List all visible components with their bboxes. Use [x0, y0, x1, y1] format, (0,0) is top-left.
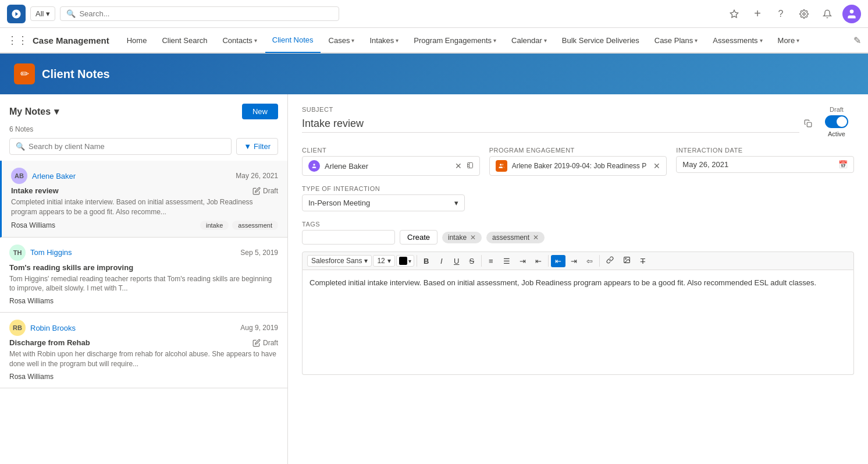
- chevron-down-icon: ▾: [695, 37, 698, 44]
- app-nav: ⋮⋮ Case Management Home Client Search Co…: [0, 28, 868, 54]
- indent-button[interactable]: ⇥: [515, 255, 530, 267]
- nav-client-search[interactable]: Client Search: [155, 27, 214, 53]
- nav-case-plans[interactable]: Case Plans ▾: [648, 27, 705, 53]
- search-scope-dropdown[interactable]: All ▾: [30, 6, 55, 21]
- right-content: Subject Draft Active: [288, 94, 868, 464]
- bold-button[interactable]: B: [419, 255, 433, 267]
- align-center-button[interactable]: ⇥: [567, 255, 581, 267]
- note-author: Rosa Williams: [9, 297, 54, 305]
- new-note-button[interactable]: New: [242, 104, 278, 119]
- my-notes-label: My Notes: [9, 107, 51, 117]
- filter-icon: ▼: [244, 142, 251, 151]
- outdent-button[interactable]: ⇤: [531, 255, 546, 267]
- toolbar-divider: [599, 255, 600, 267]
- grid-icon[interactable]: ⋮⋮: [7, 34, 28, 47]
- remove-tag-button[interactable]: ✕: [533, 233, 539, 242]
- note-card[interactable]: AB Arlene Baker May 26, 2021 Intake revi…: [0, 161, 287, 238]
- help-button[interactable]: ?: [773, 6, 789, 22]
- page-title: Client Notes: [42, 68, 110, 81]
- chevron-down-icon: ▾: [387, 257, 391, 265]
- search-icon: 🔍: [66, 9, 76, 18]
- underline-button[interactable]: U: [450, 255, 464, 267]
- italic-button[interactable]: I: [435, 255, 449, 267]
- note-author: Rosa Williams: [9, 373, 54, 381]
- interaction-field[interactable]: In-Person Meeting ▾: [302, 194, 465, 211]
- align-right-button[interactable]: ⇦: [582, 255, 597, 267]
- nav-edit-icon[interactable]: ✎: [853, 35, 861, 46]
- date-field[interactable]: May 26, 2021 📅: [676, 156, 854, 173]
- nav-program-engagements[interactable]: Program Engagements ▾: [407, 27, 503, 53]
- toolbar-divider: [417, 255, 417, 267]
- nav-bulk-service-deliveries[interactable]: Bulk Service Deliveries: [555, 27, 646, 53]
- chevron-down-icon: ▾: [46, 9, 50, 18]
- note-preview: Met with Robin upon her discharge from r…: [9, 349, 278, 369]
- create-tag-button[interactable]: Create: [400, 230, 437, 245]
- chevron-down-icon: ▾: [364, 257, 368, 265]
- program-name: Arlene Baker 2019-09-04: Job Readiness P: [512, 162, 649, 170]
- note-tags: intake assessment: [200, 221, 278, 230]
- avatar[interactable]: [842, 5, 861, 23]
- nav-client-notes[interactable]: Client Notes: [265, 27, 321, 53]
- clear-client-button[interactable]: ✕: [455, 161, 462, 171]
- note-date: May 26, 2021: [236, 172, 278, 180]
- svg-point-4: [313, 164, 315, 165]
- subject-row: Subject Draft Active: [302, 106, 854, 137]
- font-family-selector[interactable]: Salesforce Sans ▾: [307, 255, 372, 267]
- nav-cases[interactable]: Cases ▾: [322, 27, 362, 53]
- align-left-button[interactable]: ⇤: [551, 255, 565, 267]
- font-size-selector[interactable]: 12 ▾: [373, 255, 394, 267]
- subject-input[interactable]: [302, 115, 799, 133]
- program-field: Arlene Baker 2019-09-04: Job Readiness P…: [489, 156, 667, 176]
- svg-point-6: [500, 164, 501, 165]
- ordered-list-button[interactable]: ☰: [499, 255, 514, 267]
- chevron-down-icon: ▾: [351, 37, 354, 44]
- app-logo: [7, 5, 26, 23]
- nav-calendar[interactable]: Calendar ▾: [504, 27, 554, 53]
- chevron-down-icon: ▾: [760, 37, 763, 44]
- program-field-group: Program Engagement Arlene Baker 2019-09-…: [489, 147, 667, 176]
- note-card[interactable]: TH Tom Higgins Sep 5, 2019 Tom's reading…: [0, 238, 287, 313]
- filter-button[interactable]: ▼ Filter: [236, 138, 278, 155]
- client-icon: [308, 160, 320, 172]
- subject-copy-button[interactable]: [804, 119, 812, 129]
- page-icon: ✏: [14, 63, 35, 84]
- program-label: Program Engagement: [489, 147, 667, 154]
- add-button[interactable]: +: [749, 6, 766, 22]
- nav-assessments[interactable]: Assessments ▾: [706, 27, 769, 53]
- nav-contacts[interactable]: Contacts ▾: [215, 27, 264, 53]
- my-notes-dropdown[interactable]: My Notes ▾: [9, 106, 59, 117]
- program-icon: [496, 160, 507, 172]
- client-lookup-button[interactable]: [467, 161, 474, 171]
- favorites-button[interactable]: [726, 6, 742, 22]
- tags-row: Create intake ✕ assessment ✕: [302, 230, 854, 245]
- image-button[interactable]: [619, 254, 635, 267]
- client-field: Arlene Baker ✕: [302, 156, 480, 176]
- client-field-group: Client Arlene Baker ✕: [302, 147, 480, 176]
- svg-point-1: [803, 13, 805, 15]
- remove-tag-button[interactable]: ✕: [470, 233, 476, 242]
- link-button[interactable]: [602, 254, 618, 267]
- calendar-icon: 📅: [838, 160, 848, 169]
- note-card[interactable]: RB Robin Brooks Aug 9, 2019 Discharge fr…: [0, 313, 287, 388]
- strikethrough-button[interactable]: S: [465, 255, 479, 267]
- tag-input[interactable]: [302, 230, 395, 245]
- search-input[interactable]: [79, 9, 333, 18]
- draft-toggle[interactable]: [825, 115, 848, 128]
- editor-body[interactable]: Completed initial intake interview. Base…: [302, 270, 854, 375]
- nav-home[interactable]: Home: [120, 27, 154, 53]
- main-layout: My Notes ▾ New 6 Notes 🔍 ▼ Filter AB: [0, 94, 868, 464]
- unordered-list-button[interactable]: ≡: [484, 255, 498, 267]
- nav-more[interactable]: More ▾: [771, 27, 807, 53]
- text-color-button[interactable]: ▾: [396, 255, 414, 267]
- clear-program-button[interactable]: ✕: [653, 161, 660, 171]
- search-wrap: 🔍: [9, 138, 232, 155]
- draft-badge: Draft: [252, 187, 278, 195]
- nav-intakes[interactable]: Intakes ▾: [362, 27, 405, 53]
- left-panel-header: My Notes ▾ New: [0, 94, 287, 125]
- settings-button[interactable]: [796, 6, 812, 22]
- notifications-button[interactable]: [819, 6, 835, 22]
- clear-format-button[interactable]: T̶: [636, 255, 650, 267]
- search-input[interactable]: [29, 142, 225, 151]
- toolbar-divider: [481, 255, 482, 267]
- global-search: 🔍: [60, 6, 339, 21]
